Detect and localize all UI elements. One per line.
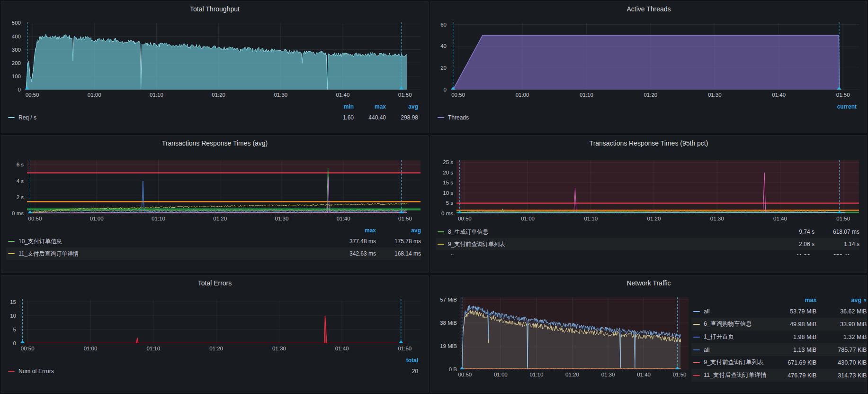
x-tick-label: 01:40 <box>335 346 349 351</box>
legend-row[interactable]: Req / s1.60440.40298.98 <box>6 111 418 124</box>
y-axis-labels: 0 ms5 s10 s15 s20 s25 s <box>436 160 456 213</box>
chart-network-traffic[interactable]: 0 B19 MiB38 MiB57 MiB <box>436 297 691 369</box>
panel-title-response-times-95pct[interactable]: Transactions Response Times (95th pct) <box>436 137 862 149</box>
series-stat-value: 1.32 MiB <box>816 334 867 340</box>
series-stat-value: 618.07 ms <box>814 229 859 235</box>
x-axis-labels: 00:5001:0001:1001:2001:3001:4001:50 <box>436 370 691 380</box>
series-stat-value: 36.62 MiB <box>816 308 867 315</box>
legend-row[interactable]: 6_查询购物车信息49.98 MiB33.90 MiB <box>691 318 867 330</box>
series-stat-value: 652.41 ms <box>814 253 859 255</box>
y-tick-label: 19 MiB <box>440 343 457 349</box>
panel-title-active-threads[interactable]: Active Threads <box>436 3 862 15</box>
panel-total-throughput: Total Throughput 0100200300400500 00:500… <box>1 1 429 133</box>
panel-total-errors: Total Errors 051015 00:5001:0001:1001:20… <box>1 275 429 393</box>
legend-sort-avg[interactable]: avg <box>376 227 421 234</box>
legend-row[interactable]: all53.79 MiB36.62 MiB <box>691 305 867 318</box>
plot-area[interactable] <box>460 297 689 369</box>
series-stat-value: 440.40 <box>354 114 386 121</box>
x-axis-labels: 00:5001:0001:1001:2001:3001:4001:50 <box>436 214 862 224</box>
plot-area[interactable] <box>24 22 421 90</box>
x-axis-labels: 00:5001:0001:1001:2001:3001:4001:50 <box>6 91 423 100</box>
series-color-dash <box>438 244 444 245</box>
plot-area[interactable] <box>27 160 421 213</box>
x-tick-label: 00:50 <box>28 216 42 221</box>
series-stat-value: 314.73 KiB <box>816 372 867 379</box>
legend-sort-max[interactable]: max <box>331 227 376 234</box>
legend-row[interactable]: 9_支付前查询订单列表671.69 KiB430.70 KiB <box>691 356 867 369</box>
plot-area[interactable] <box>19 299 421 343</box>
x-tick-label: 01:40 <box>772 92 786 98</box>
series-stat-value: 430.70 KiB <box>816 359 867 366</box>
panel-title-network-traffic[interactable]: Network Traffic <box>436 277 862 289</box>
y-tick-label: 300 <box>12 47 21 53</box>
annotation-marker-icon[interactable] <box>20 340 25 343</box>
x-tick-label: 01:30 <box>710 216 724 221</box>
y-axis-labels: 0100200300400500 <box>6 22 24 90</box>
legend-sort-avg[interactable]: avg <box>386 103 418 110</box>
legend-header: maxavg∨ <box>691 295 867 305</box>
series-color-dash <box>693 337 700 338</box>
plot-area[interactable] <box>450 22 859 90</box>
chart-total-errors[interactable]: 051015 <box>6 299 423 343</box>
chart-response-times-avg[interactable]: 0 ms2 s4 s6 s <box>6 160 423 213</box>
y-tick-label: 400 <box>12 34 21 39</box>
series-stat-value: 785.77 KiB <box>816 347 867 353</box>
legend-header: maxavg <box>6 226 421 235</box>
annotation-marker-icon[interactable] <box>399 340 403 343</box>
x-axis-labels: 00:5001:0001:1001:2001:3001:4001:50 <box>6 344 423 354</box>
chart-response-times-95pct[interactable]: 0 ms5 s10 s15 s20 s25 s <box>436 160 862 213</box>
series-stat-value: 342.63 ms <box>331 250 376 257</box>
legend-sort-current[interactable]: current <box>822 103 857 110</box>
legend-row[interactable]: Threads <box>436 111 857 124</box>
legend-row[interactable]: 8_生成订单信息9.74 s618.07 ms <box>436 226 859 238</box>
x-tick-label: 01:30 <box>272 346 286 351</box>
legend-row[interactable]: 11_支付后查询订单详情476.79 KiB314.73 KiB <box>691 369 867 382</box>
legend-active-threads: currentThreads <box>436 102 862 124</box>
x-tick-label: 01:50 <box>398 346 412 351</box>
y-tick-label: 25 s <box>443 159 453 165</box>
x-tick-label: 01:10 <box>584 216 598 221</box>
x-tick-label: 01:30 <box>708 92 722 98</box>
series-label: all <box>704 308 766 315</box>
x-tick-label: 01:10 <box>530 372 544 377</box>
panel-title-total-throughput[interactable]: Total Throughput <box>6 3 423 15</box>
series-stat-value: 1.60 <box>322 114 354 121</box>
x-tick-label: 01:20 <box>565 372 579 377</box>
series-stat-value: 20 <box>386 368 418 375</box>
y-axis-labels: 0204060 <box>436 22 450 90</box>
legend-row[interactable]: 11_支付后查询订单详情342.63 ms168.14 ms <box>6 247 421 260</box>
chevron-down-icon: ∨ <box>863 298 867 302</box>
x-tick-label: 00:50 <box>26 92 39 98</box>
chart-total-throughput[interactable]: 0100200300400500 <box>6 22 423 90</box>
series-color-dash <box>438 117 444 118</box>
legend-sort-max[interactable]: max <box>766 297 816 303</box>
legend-row[interactable]: 9_支付前查询订单列表2.06 s1.14 s <box>436 238 859 250</box>
y-tick-label: 6 s <box>17 162 24 167</box>
legend-sort-max[interactable]: max <box>354 103 386 110</box>
series-label: 1_打开首页 <box>704 333 766 341</box>
y-tick-label: 15 <box>10 299 16 305</box>
legend-row[interactable]: 10_支付订单信息377.48 ms175.78 ms <box>6 235 421 247</box>
legend-sort-avg[interactable]: avg∨ <box>816 297 867 303</box>
x-tick-label: 01:50 <box>673 372 687 377</box>
x-tick-label: 01:20 <box>213 216 227 221</box>
chart-active-threads[interactable]: 0204060 <box>436 22 862 90</box>
legend-row[interactable]: all1.13 MiB785.77 KiB <box>691 343 867 356</box>
panel-title-total-errors[interactable]: Total Errors <box>6 277 423 289</box>
x-tick-label: 01:00 <box>521 216 535 221</box>
x-tick-label: 01:50 <box>836 92 850 98</box>
series-color-dash <box>8 253 15 254</box>
panel-title-response-times-avg[interactable]: Transactions Response Times (avg) <box>6 137 423 149</box>
legend-sort-min[interactable]: min <box>322 103 354 110</box>
legend-row[interactable]: Num of Errors20 <box>6 365 418 377</box>
series-label: all <box>448 253 770 255</box>
x-tick-label: 00:50 <box>451 92 465 98</box>
y-tick-label: 40 <box>440 43 447 49</box>
y-axis-labels: 051015 <box>6 299 19 343</box>
legend-row[interactable]: 1_打开首页1.98 MiB1.32 MiB <box>691 330 867 343</box>
legend-sort-total[interactable]: total <box>386 357 418 364</box>
y-tick-label: 20 s <box>443 170 453 175</box>
plot-area[interactable] <box>456 160 859 213</box>
legend-row[interactable]: all11.36 s652.41 ms <box>436 250 859 255</box>
series-stat-value: 1.98 MiB <box>766 334 816 340</box>
